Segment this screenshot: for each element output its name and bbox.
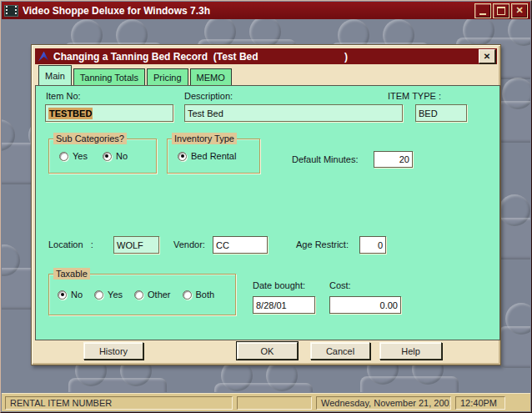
radio-label: Bed Rental [191,151,236,161]
description-label: Description: [184,91,233,101]
taxable-other-radio[interactable]: Other [134,290,171,300]
item-no-selected-text: TESTBED [48,108,93,119]
window-title: Video Shoppe Deluxe for Windows 7.3h [23,5,473,17]
radio-checked-icon [58,290,67,300]
dialog-titlebar: Changing a Tanning Bed Record (Test Bed … [35,48,497,64]
taxable-group: Taxable No Yes Other Both [48,274,236,315]
radio-label: Other [148,290,171,300]
location-field[interactable]: WOLF [113,236,159,254]
radio-label: No [116,151,128,161]
app-window: Video Shoppe Deluxe for Windows 7.3h ✕ C… [0,0,532,413]
radio-checked-icon [103,152,112,161]
cost-field[interactable]: 0.00 [329,296,401,314]
radio-label: Both [196,290,215,300]
vendor-field[interactable]: CC [213,236,268,254]
dialog-title: Changing a Tanning Bed Record (Test Bed … [53,51,479,63]
status-date: Wednesday, November 21, 2001 [316,396,451,410]
age-restrict-field[interactable]: 0 [359,236,386,254]
inventory-type-group: Inventory Type Bed Rental [167,139,260,174]
tab-strip: Main Tanning Totals Pricing MEMO [35,66,497,85]
item-type-field[interactable]: BED [415,104,467,122]
radio-icon [134,290,143,300]
age-restrict-label: Age Restrict: [296,239,349,249]
status-bar: RENTAL ITEM NUMBER Wednesday, November 2… [2,393,530,411]
maximize-button[interactable] [493,3,509,18]
description-field[interactable]: Test Bed [184,104,403,122]
tab-pricing-label: Pricing [153,73,182,83]
sub-categories-group: Sub Categories? Yes No [48,139,157,174]
taxable-yes-radio[interactable]: Yes [94,290,123,300]
sub-categories-legend: Sub Categories? [53,133,127,144]
taxable-legend: Taxable [53,268,90,280]
radio-label: Yes [108,290,123,300]
tab-tanning-totals-label: Tanning Totals [80,73,138,83]
bed-rental-radio[interactable]: Bed Rental [178,151,236,161]
window-titlebar: Video Shoppe Deluxe for Windows 7.3h ✕ [2,2,530,19]
tab-pricing[interactable]: Pricing [147,68,188,85]
main-tab-panel: Item No: TESTBED Description: Test Bed I… [35,85,500,340]
radio-icon [94,290,103,300]
radio-icon [59,152,68,161]
cancel-button[interactable]: Cancel [310,342,370,360]
tanning-bed-record-dialog: Changing a Tanning Bed Record (Test Bed … [31,44,501,365]
status-time: 12:40PM [455,396,505,410]
default-minutes-field[interactable]: 20 [374,151,413,168]
radio-label: No [71,290,83,300]
radio-checked-icon [178,152,187,161]
item-no-field[interactable]: TESTBED [45,104,173,122]
item-no-label: Item No: [46,91,81,101]
status-empty-panel [237,396,312,410]
tab-main[interactable]: Main [38,65,72,85]
vendor-label: Vendor: [173,239,205,249]
status-field-hint: RENTAL ITEM NUMBER [5,396,233,410]
sub-categories-no-radio[interactable]: No [103,151,128,161]
dialog-icon [38,52,48,62]
cost-label: Cost: [329,280,351,290]
history-button[interactable]: History [83,342,143,360]
radio-label: Yes [73,151,88,161]
taxable-both-radio[interactable]: Both [183,290,215,300]
tab-main-label: Main [45,71,65,81]
watermark-shape [499,303,530,371]
minimize-icon [479,13,486,15]
radio-icon [183,290,192,300]
window-close-button[interactable]: ✕ [511,3,528,18]
maximize-icon [497,7,505,15]
app-filmstrip-icon [4,5,18,17]
tab-tanning-totals[interactable]: Tanning Totals [73,68,145,85]
tab-memo[interactable]: MEMO [190,68,232,85]
date-bought-field[interactable]: 8/28/01 [253,296,315,314]
dialog-close-button[interactable]: ✕ [479,49,495,63]
inventory-type-legend: Inventory Type [172,133,237,144]
minimize-button[interactable] [474,3,491,18]
sub-categories-yes-radio[interactable]: Yes [59,151,88,161]
ok-button[interactable]: OK [237,342,298,360]
location-label: Location : [48,239,93,249]
date-bought-label: Date bought: [253,280,305,290]
taxable-no-radio[interactable]: No [58,290,83,300]
close-icon: ✕ [515,6,523,15]
default-minutes-label: Default Minutes: [292,154,358,164]
item-type-label: ITEM TYPE : [388,91,441,101]
help-button[interactable]: Help [379,342,442,360]
tab-memo-label: MEMO [197,73,225,83]
